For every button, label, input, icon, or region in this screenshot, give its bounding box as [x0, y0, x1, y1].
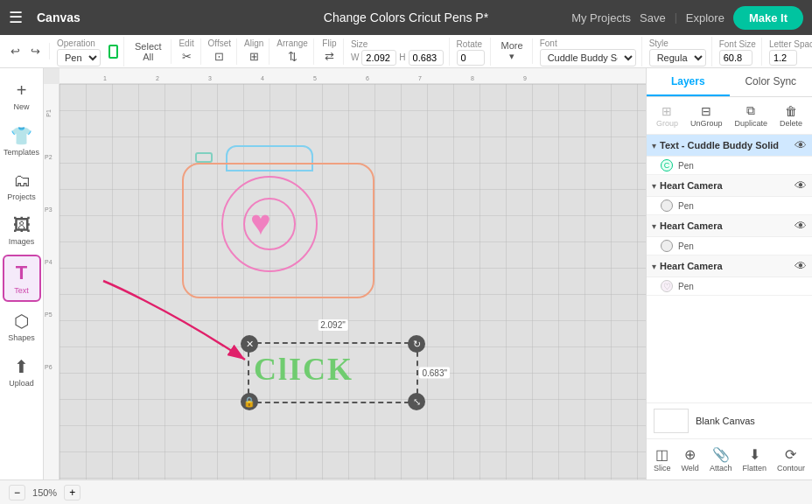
width-dimension-label: 2.092": [318, 319, 348, 331]
my-projects-link[interactable]: My Projects: [571, 11, 631, 24]
chevron-icon-heart1: ▾: [652, 181, 656, 191]
handle-scale[interactable]: ⤡: [408, 393, 425, 410]
edit-group: Edit ✂: [178, 38, 201, 65]
letter-space-input[interactable]: [769, 50, 797, 66]
edit-button[interactable]: ✂: [178, 48, 195, 65]
sidebar-label-projects: Projects: [7, 192, 36, 201]
contour-action[interactable]: ⟳ Contour: [774, 444, 808, 474]
width-label: W: [351, 52, 359, 62]
layer-heart-camera-1: ▾ Heart Camera 👁 Pen: [647, 175, 812, 215]
main-layout: + New 👕 Templates 🗂 Projects 🖼 Images T …: [0, 68, 812, 480]
more-button[interactable]: More ▾: [498, 38, 527, 64]
flip-button[interactable]: ⇄: [321, 48, 338, 65]
camera-flash: [195, 152, 213, 163]
align-group: Align ⊞: [244, 38, 270, 65]
canvas-background[interactable]: ♥ ✕ ↻ 🔒 ⤡: [60, 84, 646, 480]
attach-icon: 📎: [712, 446, 730, 463]
operation-select[interactable]: Pen: [57, 49, 101, 66]
duplicate-button[interactable]: ⧉ Duplicate: [729, 101, 773, 130]
sidebar-item-projects[interactable]: 🗂 Projects: [3, 165, 41, 206]
child-name-heart1-pen: Pen: [678, 201, 694, 211]
upload-icon: ⬆: [14, 356, 29, 377]
more-group: More ▾: [498, 38, 533, 64]
operation-label: Operation: [57, 38, 95, 48]
style-label: Style: [649, 38, 668, 48]
font-size-input[interactable]: [719, 50, 752, 66]
redo-button[interactable]: ↪: [27, 43, 44, 60]
menu-icon[interactable]: ☰: [9, 8, 23, 27]
align-button[interactable]: ⊞: [246, 48, 262, 65]
color-dot-heart2: [661, 240, 673, 252]
arrange-button[interactable]: ⇅: [284, 48, 301, 65]
layer-header-text-cuddle[interactable]: ▾ Text - Cuddle Buddy Solid 👁: [647, 135, 812, 157]
zoom-out-button[interactable]: −: [9, 485, 25, 500]
visibility-icon-heart3[interactable]: 👁: [794, 259, 807, 273]
operation-color-swatch[interactable]: [108, 45, 118, 59]
layer-child-heart1-pen: Pen: [647, 197, 812, 215]
tab-color-sync[interactable]: Color Sync: [730, 68, 813, 96]
arrange-label: Arrange: [276, 38, 308, 48]
delete-icon: 🗑: [785, 104, 797, 118]
ungroup-button[interactable]: ⊟ UnGroup: [685, 102, 728, 130]
layer-child-text-pen: C Pen: [647, 157, 812, 175]
font-group: Font Cuddle Buddy Solid: [540, 37, 642, 66]
sidebar-item-shapes[interactable]: ⬡ Shapes: [3, 305, 41, 347]
weld-action[interactable]: ⊕ Weld: [678, 444, 703, 474]
camera-heart: ♥: [250, 205, 271, 240]
rotate-group: Rotate: [457, 38, 491, 66]
top-bar: ☰ Canvas Change Colors Cricut Pens P* My…: [0, 0, 812, 35]
blank-canvas-label: Blank Canvas: [696, 416, 755, 426]
slice-action[interactable]: ◫ Slice: [650, 444, 675, 474]
horizontal-ruler: 1 2 3 4 5 6 7 8 9: [60, 68, 646, 84]
zoom-in-button[interactable]: +: [64, 485, 80, 500]
blank-canvas-preview: [654, 409, 689, 433]
rotate-input[interactable]: [457, 50, 485, 66]
vertical-ruler: P1 P2 P3 P4 P5 P6: [44, 84, 60, 480]
sidebar-label-upload: Upload: [9, 379, 34, 388]
letter-space-group: Letter Space: [769, 38, 812, 66]
visibility-icon-heart2[interactable]: 👁: [794, 219, 807, 233]
sidebar-item-new[interactable]: + New: [3, 75, 41, 116]
attach-action[interactable]: 📎 Attach: [706, 444, 736, 474]
layers-list: ▾ Text - Cuddle Buddy Solid 👁 C Pen ▾ He…: [647, 135, 812, 402]
group-button[interactable]: ⊞ Group: [651, 102, 683, 130]
sidebar-item-upload[interactable]: ⬆ Upload: [3, 351, 41, 393]
child-name-heart3-pen: Pen: [678, 282, 694, 291]
group-icon: ⊞: [662, 104, 672, 118]
style-select[interactable]: Regular: [649, 49, 706, 66]
explore-button[interactable]: Explore: [686, 11, 724, 24]
handle-rotate[interactable]: ↻: [408, 335, 425, 353]
width-input[interactable]: [361, 50, 396, 66]
layer-header-heart-1[interactable]: ▾ Heart Camera 👁: [647, 175, 812, 197]
delete-button[interactable]: 🗑 Delete: [774, 102, 808, 130]
font-select[interactable]: Cuddle Buddy Solid: [540, 49, 636, 66]
color-dot-heart3: ♡: [661, 280, 673, 292]
tab-layers[interactable]: Layers: [647, 68, 730, 96]
visibility-icon-text[interactable]: 👁: [794, 138, 807, 152]
weld-label: Weld: [682, 464, 699, 472]
panel-tabs: Layers Color Sync: [647, 68, 812, 97]
sidebar-item-text[interactable]: T Text: [3, 255, 41, 302]
layer-heart-camera-2: ▾ Heart Camera 👁 Pen: [647, 215, 812, 256]
handle-cancel[interactable]: ✕: [241, 335, 258, 353]
handle-lock[interactable]: 🔒: [241, 393, 258, 410]
save-button[interactable]: Save: [640, 11, 666, 24]
flatten-action[interactable]: ⬇ Flatten: [738, 444, 770, 474]
visibility-icon-heart1[interactable]: 👁: [794, 178, 807, 192]
layer-header-heart-2[interactable]: ▾ Heart Camera 👁: [647, 215, 812, 237]
canvas-area[interactable]: 1 2 3 4 5 6 7 8 9 P1 P2 P3 P4 P5 P6: [44, 68, 646, 480]
layer-name-heart-2: Heart Camera: [660, 220, 791, 231]
click-text[interactable]: ClICK: [254, 351, 354, 388]
text-icon: T: [16, 262, 27, 284]
sidebar-item-templates[interactable]: 👕 Templates: [3, 120, 41, 162]
undo-button[interactable]: ↩: [7, 43, 24, 60]
flatten-icon: ⬇: [749, 446, 760, 463]
height-input[interactable]: [409, 50, 444, 66]
letter-space-label: Letter Space: [769, 39, 812, 49]
select-all-button[interactable]: Select All: [131, 39, 165, 64]
offset-button[interactable]: ⊡: [211, 48, 228, 65]
sidebar-item-images[interactable]: 🖼 Images: [3, 210, 41, 251]
layer-name-text-cuddle: Text - Cuddle Buddy Solid: [660, 140, 791, 150]
layer-header-heart-3[interactable]: ▾ Heart Camera 👁: [647, 256, 812, 277]
make-it-button[interactable]: Make It: [733, 6, 803, 30]
